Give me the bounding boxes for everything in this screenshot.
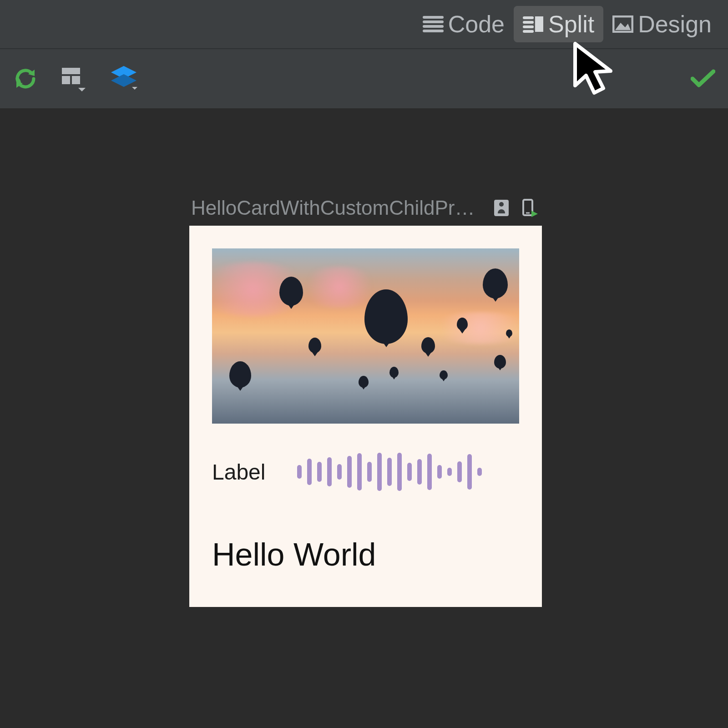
waveform-bar: [347, 456, 352, 488]
refresh-button[interactable]: [13, 66, 38, 91]
viewmode-tab-code[interactable]: Code: [414, 6, 514, 42]
canvas[interactable]: HelloCardWithCustomChildPrev...: [0, 108, 728, 728]
layers-icon: [109, 65, 138, 92]
waveform-bar: [477, 468, 482, 476]
deeplink-icon: [492, 199, 511, 217]
image-icon: [612, 15, 633, 33]
surface-button[interactable]: [60, 65, 87, 92]
layers-button[interactable]: [109, 65, 138, 92]
svg-marker-24: [531, 211, 538, 217]
device-run-icon: [520, 199, 538, 217]
svg-point-21: [499, 202, 504, 207]
card-greeting: Hello World: [212, 536, 519, 573]
viewmode-tab-label: Code: [448, 10, 505, 38]
viewmode-tab-design[interactable]: Design: [603, 6, 721, 42]
waveform-bar: [407, 463, 412, 481]
list-icon: [423, 15, 444, 33]
label-row: Label: [212, 453, 519, 491]
waveform-bar: [467, 454, 472, 490]
refresh-icon: [13, 66, 38, 91]
svg-rect-13: [62, 68, 80, 74]
deeplink-button[interactable]: [492, 199, 511, 217]
svg-marker-16: [78, 88, 86, 91]
waveform-bar: [377, 453, 382, 491]
check-icon: [691, 69, 715, 89]
waveform-bar: [357, 453, 362, 490]
viewmode-tab-label: Design: [638, 10, 712, 38]
waveform-bar: [457, 461, 462, 482]
svg-rect-14: [62, 76, 70, 84]
card-label: Label: [212, 460, 265, 485]
waveform-bar: [317, 462, 322, 482]
viewmode-tabs: Code Split: [414, 6, 721, 42]
preview-header: HelloCardWithCustomChildPrev...: [191, 197, 538, 219]
waveform-bar: [437, 465, 442, 479]
waveform: [297, 453, 482, 491]
waveform-bar: [387, 458, 392, 486]
svg-rect-15: [72, 76, 80, 84]
split-icon: [523, 15, 544, 33]
waveform-bar: [427, 454, 432, 490]
status-ok[interactable]: [691, 69, 715, 89]
waveform-bar: [447, 468, 452, 476]
svg-rect-8: [535, 16, 543, 32]
waveform-bar: [327, 457, 332, 486]
viewmode-bar: Code Split: [0, 0, 728, 49]
preview-title: HelloCardWithCustomChildPrev...: [191, 197, 482, 219]
device-run-button[interactable]: [520, 199, 538, 217]
waveform-bar: [337, 464, 342, 480]
waveform-bar: [417, 459, 422, 485]
waveform-bar: [297, 465, 302, 479]
waveform-bar: [367, 462, 372, 482]
preview-card: Label Hello World: [189, 226, 542, 607]
design-toolbar: [0, 49, 728, 108]
card-image: [212, 248, 519, 424]
svg-marker-19: [132, 87, 137, 90]
waveform-bar: [397, 453, 402, 491]
waveform-bar: [307, 459, 312, 485]
svg-marker-18: [111, 74, 136, 87]
viewmode-tab-label: Split: [548, 10, 594, 38]
viewmode-tab-split[interactable]: Split: [514, 6, 603, 42]
svg-marker-10: [615, 23, 631, 30]
surface-icon: [60, 65, 87, 92]
